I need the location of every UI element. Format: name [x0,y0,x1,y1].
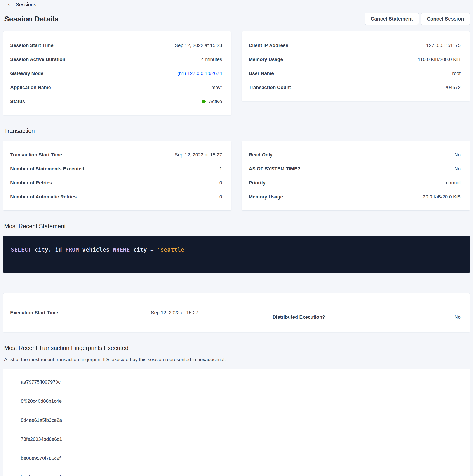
automatic-retries-row: Number of Automatic Retries 0 [10,194,222,200]
statements-executed-row: Number of Statements Executed 1 [10,166,222,171]
statement-section-title: Most Recent Statement [4,222,470,230]
header-actions: Cancel Statement Cancel Session [365,13,470,25]
fingerprints-card: aa79775ff097970c 8f920c40d88b1c4e 8d4ae6… [3,369,470,476]
as-of-system-time-row: AS OF SYSTEM TIME? No [249,166,460,171]
priority-row: Priority normal [249,180,460,186]
page-header: Session Details Cancel Statement Cancel … [3,13,470,25]
user-name-label: User Name [249,71,274,76]
cancel-session-button[interactable]: Cancel Session [421,13,470,25]
transaction-start-time-label: Transaction Start Time [10,152,62,157]
session-summary-card-right: Client IP Address 127.0.0.1:51175 Memory… [242,31,470,101]
fingerprint-item: aa79775ff097970c [21,379,460,385]
client-ip-label: Client IP Address [249,43,288,48]
breadcrumb-label: Sessions [16,2,36,8]
transaction-card-right: Read Only No AS OF SYSTEM TIME? No Prior… [242,141,470,211]
user-name-value: root [452,71,460,76]
status-value: Active [209,99,222,104]
transaction-card-left: Transaction Start Time Sep 12, 2022 at 1… [3,141,231,211]
session-active-duration-row: Session Active Duration 4 minutes [10,57,222,62]
application-name-row: Application Name movr [10,85,222,90]
distributed-execution-value: No [455,315,460,320]
client-ip-row: Client IP Address 127.0.0.1:51175 [249,43,460,48]
transaction-count-label: Transaction Count [249,85,291,90]
session-start-time-row: Session Start Time Sep 12, 2022 at 15:23 [10,43,222,48]
page-title: Session Details [4,15,58,23]
execution-start-time-label: Execution Start Time [10,310,58,315]
client-ip-value: 127.0.0.1:51175 [426,43,460,48]
session-memory-usage-value: 110.0 KiB/200.0 KiB [418,57,460,62]
retries-row: Number of Retries 0 [10,180,222,186]
transaction-count-row: Transaction Count 204572 [249,85,460,90]
fingerprint-item: 8f920c40d88b1c4e [21,399,460,404]
sql-statement-box: SELECT city, id FROM vehicles WHERE city… [3,236,470,273]
transaction-start-time-value: Sep 12, 2022 at 15:27 [175,152,222,157]
session-summary-card-left: Session Start Time Sep 12, 2022 at 15:23… [3,31,231,115]
priority-value: normal [446,180,460,186]
fingerprint-item: ba2b203b823296de [21,475,460,476]
distributed-execution-label: Distributed Execution? [273,315,325,320]
sql-text: city = [130,247,157,253]
execution-start-time-row: Execution Start Time Sep 12, 2022 at 15:… [10,306,198,320]
automatic-retries-value: 0 [219,194,222,200]
execution-start-time-value: Sep 12, 2022 at 15:27 [151,310,198,315]
read-only-row: Read Only No [249,152,460,157]
sql-keyword: WHERE [113,247,130,253]
transaction-memory-usage-value: 20.0 KiB/20.0 KiB [423,194,460,200]
gateway-node-link[interactable]: (n1) 127.0.0.1:62674 [178,71,222,76]
breadcrumb-back-sessions[interactable]: ← Sessions [3,0,36,8]
session-details-page: ← Sessions Session Details Cancel Statem… [0,0,473,476]
fingerprints-description: A list of the most recent transaction fi… [4,357,470,363]
as-of-system-time-label: AS OF SYSTEM TIME? [249,166,300,171]
retries-value: 0 [219,180,222,186]
statements-executed-label: Number of Statements Executed [10,166,84,171]
transaction-section: Transaction Start Time Sep 12, 2022 at 1… [3,141,470,211]
read-only-value: No [455,152,460,157]
transaction-section-title: Transaction [4,127,470,135]
priority-label: Priority [249,180,266,186]
read-only-label: Read Only [249,152,273,157]
as-of-system-time-value: No [455,166,460,171]
retries-label: Number of Retries [10,180,52,186]
sql-keyword: SELECT [11,247,31,253]
transaction-count-value: 204572 [445,85,460,90]
sql-keyword: FROM [65,247,79,253]
session-summary-section: Session Start Time Sep 12, 2022 at 15:23… [3,31,470,115]
application-name-value: movr [211,85,222,90]
status-row: Status Active [10,99,222,104]
back-arrow-icon: ← [8,2,12,7]
status-active-dot-icon [202,100,206,103]
session-start-time-label: Session Start Time [10,43,53,48]
fingerprint-item: 73fe26034bd6e6c1 [21,437,460,442]
cancel-statement-button[interactable]: Cancel Statement [365,13,419,25]
transaction-memory-usage-label: Memory Usage [249,194,283,200]
execution-details-card: Execution Start Time Sep 12, 2022 at 15:… [3,293,470,333]
gateway-node-row: Gateway Node (n1) 127.0.0.1:62674 [10,71,222,76]
sql-text: vehicles [79,247,113,253]
sql-string-literal: 'seattle' [157,247,188,253]
automatic-retries-label: Number of Automatic Retries [10,194,77,200]
status-label: Status [10,99,25,104]
transaction-start-time-row: Transaction Start Time Sep 12, 2022 at 1… [10,152,222,157]
session-memory-usage-label: Memory Usage [249,57,283,62]
session-active-duration-value: 4 minutes [201,57,222,62]
status-badge: Active [202,99,222,104]
user-name-row: User Name root [249,71,460,76]
gateway-node-label: Gateway Node [10,71,44,76]
distributed-execution-row: Distributed Execution? No [273,315,460,320]
fingerprints-section-title: Most Recent Transaction Fingerprints Exe… [4,344,470,352]
session-start-time-value: Sep 12, 2022 at 15:23 [175,43,222,48]
session-memory-usage-row: Memory Usage 110.0 KiB/200.0 KiB [249,57,460,62]
statements-executed-value: 1 [219,166,222,171]
fingerprint-item: be06e9570f785c9f [21,456,460,461]
fingerprint-item: 8d4ae61a5fb3ce2a [21,418,460,423]
sql-text: city, id [31,247,65,253]
transaction-memory-usage-row: Memory Usage 20.0 KiB/20.0 KiB [249,194,460,200]
application-name-label: Application Name [10,85,51,90]
session-active-duration-label: Session Active Duration [10,57,65,62]
